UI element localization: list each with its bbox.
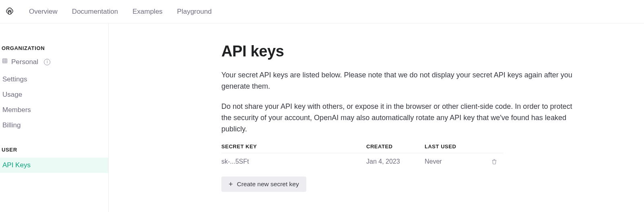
org-selector[interactable]: Personal i xyxy=(0,56,108,72)
building-icon xyxy=(2,58,8,66)
svg-rect-0 xyxy=(3,59,7,63)
sidebar-item-members[interactable]: Members xyxy=(0,102,108,118)
col-created: CREATED xyxy=(366,143,425,150)
create-button-label: Create new secret key xyxy=(237,181,299,188)
intro-paragraph-2: Do not share your API key with others, o… xyxy=(221,101,584,135)
sidebar-item-usage[interactable]: Usage xyxy=(0,87,108,102)
main-content: API keys Your secret API keys are listed… xyxy=(109,23,644,212)
sidebar-user-heading: USER xyxy=(0,144,108,158)
sidebar-item-api-keys[interactable]: API Keys xyxy=(0,158,108,173)
nav-examples[interactable]: Examples xyxy=(125,0,170,23)
table-row: sk-...5SFt Jan 4, 2023 Never xyxy=(221,153,503,170)
nav-documentation[interactable]: Documentation xyxy=(65,0,125,23)
page-title: API keys xyxy=(221,43,644,60)
api-keys-table: SECRET KEY CREATED LAST USED sk-...5SFt … xyxy=(221,143,503,170)
table-header-row: SECRET KEY CREATED LAST USED xyxy=(221,143,503,153)
org-name: Personal xyxy=(11,58,38,66)
cell-last-used: Never xyxy=(425,158,491,165)
sidebar: ORGANIZATION Personal i Settings Usage M… xyxy=(0,23,109,212)
intro-paragraph-1: Your secret API keys are listed below. P… xyxy=(221,70,584,92)
col-secret-key: SECRET KEY xyxy=(221,143,366,150)
top-nav: Overview Documentation Examples Playgrou… xyxy=(0,0,644,23)
sidebar-item-billing[interactable]: Billing xyxy=(0,118,108,133)
create-secret-key-button[interactable]: + Create new secret key xyxy=(221,177,306,192)
delete-key-button[interactable] xyxy=(491,158,503,165)
nav-playground[interactable]: Playground xyxy=(170,0,219,23)
sidebar-org-heading: ORGANIZATION xyxy=(0,43,108,56)
cell-secret-key: sk-...5SFt xyxy=(221,158,366,165)
openai-logo-icon xyxy=(5,7,14,17)
col-last-used: LAST USED xyxy=(425,143,491,150)
cell-created: Jan 4, 2023 xyxy=(366,158,425,165)
nav-overview[interactable]: Overview xyxy=(22,0,65,23)
info-icon[interactable]: i xyxy=(44,59,50,65)
sidebar-item-settings[interactable]: Settings xyxy=(0,72,108,87)
plus-icon: + xyxy=(229,181,233,188)
